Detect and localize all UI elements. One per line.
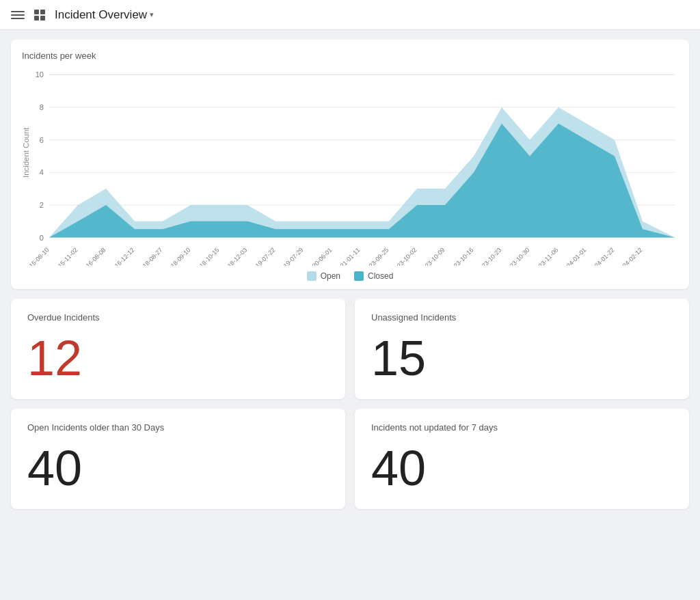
svg-text:2016-08-08: 2016-08-08: [80, 246, 107, 266]
svg-text:2018-08-27: 2018-08-27: [137, 246, 163, 266]
svg-text:2018-10-15: 2018-10-15: [193, 246, 220, 266]
svg-text:2016-12-12: 2016-12-12: [109, 246, 135, 266]
chart-area: 0 2 4 6 8 10 Incident Count 2015-08-10 2…: [22, 68, 678, 266]
older30-value: 40: [27, 444, 329, 493]
svg-text:2024-02-12: 2024-02-12: [617, 246, 643, 266]
chart-title: Incidents per week: [22, 51, 678, 61]
unassigned-value: 15: [371, 333, 673, 383]
overdue-value: 12: [27, 333, 329, 383]
legend-open: Open: [307, 271, 340, 281]
unassigned-label: Unassigned Incidents: [371, 312, 673, 323]
notupdated-value: 40: [371, 444, 673, 493]
older30-card: Open Incidents older than 30 Days 40: [11, 409, 345, 509]
svg-text:2024-01-01: 2024-01-01: [561, 246, 587, 266]
stats-row-1: Overdue Incidents 12 Unassigned Incident…: [11, 299, 689, 399]
chart-svg: 0 2 4 6 8 10 Incident Count 2015-08-10 2…: [22, 68, 678, 266]
svg-text:2023-10-02: 2023-10-02: [391, 246, 418, 266]
svg-text:2019-07-22: 2019-07-22: [250, 246, 276, 266]
notupdated-label: Incidents not updated for 7 days: [371, 422, 673, 433]
chart-legend: Open Closed: [22, 271, 678, 281]
svg-rect-3: [40, 16, 45, 21]
legend-closed: Closed: [354, 271, 393, 281]
main-content: Incidents per week 0 2 4 6 8 10 Incident…: [0, 30, 700, 519]
incidents-per-week-card: Incidents per week 0 2 4 6 8 10 Incident…: [11, 40, 689, 289]
closed-label: Closed: [368, 271, 393, 281]
page-title: Incident Overview ▾: [55, 8, 154, 22]
svg-text:2023-09-25: 2023-09-25: [363, 246, 390, 266]
page-title-text: Incident Overview: [55, 8, 147, 22]
svg-text:2021-01-11: 2021-01-11: [334, 246, 361, 266]
svg-text:2018-12-03: 2018-12-03: [221, 246, 248, 266]
svg-text:2015-11-02: 2015-11-02: [52, 246, 79, 266]
open-swatch: [307, 271, 317, 281]
svg-text:2023-10-16: 2023-10-16: [448, 246, 474, 266]
svg-text:2023-10-09: 2023-10-09: [419, 246, 446, 266]
svg-text:10: 10: [36, 70, 44, 79]
svg-text:2: 2: [40, 201, 44, 209]
open-label: Open: [321, 271, 340, 281]
svg-rect-0: [34, 10, 39, 14]
unassigned-incidents-card: Unassigned Incidents 15: [355, 299, 689, 399]
svg-text:2018-09-10: 2018-09-10: [165, 246, 191, 266]
svg-text:2024-01-22: 2024-01-22: [589, 246, 615, 266]
svg-text:0: 0: [40, 234, 44, 242]
stats-row-2: Open Incidents older than 30 Days 40 Inc…: [11, 409, 689, 509]
svg-text:4: 4: [40, 168, 44, 176]
svg-text:2015-08-10: 2015-08-10: [23, 246, 50, 266]
svg-text:Incident Count: Incident Count: [22, 127, 30, 178]
closed-swatch: [354, 271, 364, 281]
svg-text:2020-06-01: 2020-06-01: [306, 246, 333, 266]
overdue-incidents-card: Overdue Incidents 12: [11, 299, 345, 399]
svg-rect-1: [40, 10, 45, 14]
svg-text:2023-11-06: 2023-11-06: [533, 246, 559, 266]
hamburger-menu-icon[interactable]: [11, 8, 25, 22]
svg-text:2023-10-23: 2023-10-23: [476, 246, 502, 266]
notupdated-card: Incidents not updated for 7 days 40: [355, 409, 689, 509]
svg-text:2019-07-29: 2019-07-29: [278, 246, 304, 266]
overdue-label: Overdue Incidents: [27, 312, 329, 323]
svg-text:6: 6: [40, 136, 44, 144]
svg-text:8: 8: [40, 103, 44, 111]
svg-rect-2: [34, 16, 39, 21]
grid-icon[interactable]: [33, 8, 46, 22]
older30-label: Open Incidents older than 30 Days: [27, 422, 329, 433]
topbar: Incident Overview ▾: [0, 0, 700, 30]
title-caret[interactable]: ▾: [150, 10, 154, 19]
svg-text:2023-10-30: 2023-10-30: [504, 246, 530, 266]
closed-area: [49, 124, 675, 238]
